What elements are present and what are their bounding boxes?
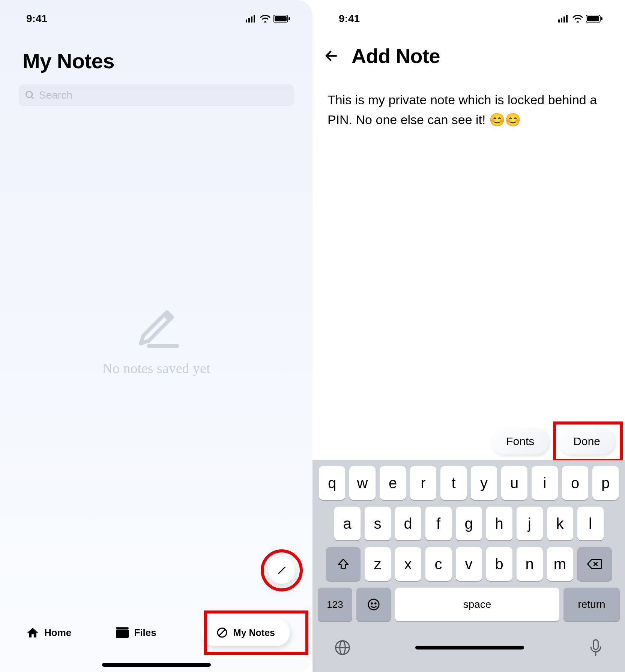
key-z[interactable]: z xyxy=(365,547,391,581)
return-key[interactable]: return xyxy=(563,588,620,621)
key-u[interactable]: u xyxy=(501,466,527,500)
cellular-icon xyxy=(558,15,569,22)
svg-rect-6 xyxy=(288,17,290,20)
key-s[interactable]: s xyxy=(365,507,391,540)
svg-rect-1 xyxy=(248,18,250,22)
addnote-title: Add Note xyxy=(352,44,440,68)
key-e[interactable]: e xyxy=(380,466,406,500)
key-q[interactable]: q xyxy=(319,466,345,500)
tab-home-label: Home xyxy=(44,627,71,639)
svg-rect-14 xyxy=(561,18,562,22)
svg-rect-19 xyxy=(601,17,602,20)
edit-icon xyxy=(276,565,287,576)
cellular-icon xyxy=(246,15,257,22)
key-p[interactable]: p xyxy=(592,466,619,500)
emoji-key[interactable] xyxy=(356,588,391,621)
note-textarea[interactable]: This is my private note which is locked … xyxy=(328,90,610,129)
globe-icon[interactable] xyxy=(334,639,351,656)
notes-icon xyxy=(216,627,228,639)
key-c[interactable]: c xyxy=(425,547,452,581)
key-y[interactable]: y xyxy=(471,466,497,500)
svg-rect-11 xyxy=(116,627,129,629)
keyboard-row-1: qwertyuiop xyxy=(316,466,621,500)
home-indicator[interactable] xyxy=(102,663,211,667)
svg-line-8 xyxy=(32,97,34,99)
svg-rect-15 xyxy=(563,16,565,22)
folder-icon xyxy=(116,627,129,638)
empty-text: No notes saved yet xyxy=(102,360,210,376)
screen-addnote: 9:41 Add Note This is my private note wh… xyxy=(312,0,625,672)
svg-line-9 xyxy=(278,567,285,574)
tab-mynotes-label: My Notes xyxy=(233,627,275,638)
key-o[interactable]: o xyxy=(562,466,588,500)
page-title: My Notes xyxy=(23,49,114,73)
svg-rect-0 xyxy=(246,20,247,22)
svg-point-23 xyxy=(368,599,379,610)
emoji-icon xyxy=(367,598,380,611)
key-k[interactable]: k xyxy=(547,507,573,540)
search-field[interactable] xyxy=(19,84,294,106)
addnote-header: Add Note xyxy=(324,44,614,68)
home-icon xyxy=(26,626,39,639)
svg-rect-10 xyxy=(116,630,129,638)
svg-rect-29 xyxy=(593,640,598,650)
keyboard-row-2: asdfghjkl xyxy=(316,507,621,540)
key-v[interactable]: v xyxy=(456,547,482,581)
svg-rect-2 xyxy=(251,16,252,22)
wifi-icon xyxy=(572,15,583,22)
mic-icon[interactable] xyxy=(588,639,603,657)
status-indicators xyxy=(246,15,290,22)
key-f[interactable]: f xyxy=(425,507,452,540)
keyboard-row-bottom xyxy=(316,628,621,672)
svg-rect-13 xyxy=(558,20,560,22)
svg-rect-5 xyxy=(275,16,287,21)
status-bar: 9:41 xyxy=(0,11,312,26)
backspace-key[interactable] xyxy=(577,547,612,581)
key-i[interactable]: i xyxy=(532,466,558,500)
tab-files[interactable]: Files xyxy=(116,627,156,639)
tab-files-label: Files xyxy=(134,627,156,639)
tab-bar: Home Files My Notes xyxy=(0,608,312,657)
status-bar: 9:41 xyxy=(312,11,625,26)
key-g[interactable]: g xyxy=(456,507,482,540)
keyboard-toolbar: Fonts Done xyxy=(312,423,625,460)
battery-icon xyxy=(273,15,290,22)
numbers-key[interactable]: 123 xyxy=(318,588,352,621)
svg-point-25 xyxy=(375,603,376,604)
status-time: 9:41 xyxy=(26,13,47,25)
battery-icon xyxy=(586,15,602,22)
key-x[interactable]: x xyxy=(395,547,421,581)
key-a[interactable]: a xyxy=(334,507,361,540)
space-key[interactable]: space xyxy=(395,588,559,621)
key-j[interactable]: j xyxy=(517,507,543,540)
tab-home[interactable]: Home xyxy=(26,626,71,639)
status-indicators xyxy=(558,15,602,22)
svg-rect-16 xyxy=(566,15,568,22)
empty-state: No notes saved yet xyxy=(0,296,312,376)
home-indicator[interactable] xyxy=(415,646,524,650)
key-m[interactable]: m xyxy=(547,547,573,581)
screen-mynotes: 9:41 My Notes No notes saved yet Home Fi… xyxy=(0,0,312,672)
fonts-button[interactable]: Fonts xyxy=(492,428,548,454)
key-r[interactable]: r xyxy=(410,466,436,500)
key-h[interactable]: h xyxy=(486,507,512,540)
shift-key[interactable] xyxy=(326,547,361,581)
done-button[interactable]: Done xyxy=(559,428,614,454)
search-icon xyxy=(25,90,35,100)
status-time: 9:41 xyxy=(339,13,360,25)
key-n[interactable]: n xyxy=(517,547,543,581)
back-icon[interactable] xyxy=(324,48,339,63)
svg-point-7 xyxy=(26,92,32,98)
key-t[interactable]: t xyxy=(440,466,467,500)
key-b[interactable]: b xyxy=(486,547,512,581)
tab-mynotes[interactable]: My Notes xyxy=(201,619,290,646)
svg-rect-3 xyxy=(254,15,255,22)
search-input[interactable] xyxy=(39,89,288,101)
wifi-icon xyxy=(260,15,270,22)
key-l[interactable]: l xyxy=(577,507,604,540)
compose-button[interactable] xyxy=(268,557,295,584)
svg-point-24 xyxy=(371,603,373,604)
key-d[interactable]: d xyxy=(395,507,421,540)
keyboard-row-4: 123 space return xyxy=(316,588,621,621)
key-w[interactable]: w xyxy=(349,466,376,500)
